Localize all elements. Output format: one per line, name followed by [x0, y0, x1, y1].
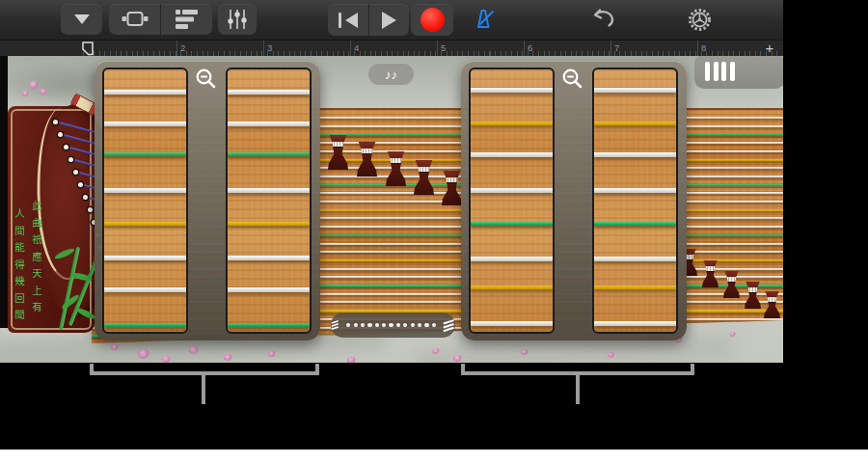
undo-arrow-icon — [589, 9, 618, 30]
magnified-string-white[interactable] — [104, 90, 186, 95]
bar-gridline — [263, 41, 264, 56]
magnified-string-white[interactable] — [104, 256, 186, 260]
skip-to-beginning-icon — [338, 12, 359, 29]
record-button[interactable] — [411, 4, 453, 36]
magnified-string-green[interactable] — [104, 323, 186, 327]
add-bars-button[interactable]: + — [758, 41, 781, 56]
magnified-string-white[interactable] — [228, 122, 310, 126]
bracket-stem — [202, 375, 205, 404]
zoom-out-icon[interactable] — [195, 68, 218, 91]
magnified-string-yellow[interactable] — [471, 122, 553, 125]
level-sliders-icon — [227, 8, 248, 31]
magnified-string-white[interactable] — [594, 257, 676, 261]
tremolo-slider[interactable] — [331, 313, 455, 338]
inscription-left-column: 人間能得幾回聞 — [12, 208, 26, 327]
bar-gridline — [524, 41, 525, 56]
tab-bar-glyph — [730, 62, 735, 81]
magnified-string-green[interactable] — [228, 323, 310, 327]
metronome-icon — [471, 6, 498, 32]
slider-dot — [432, 323, 436, 327]
bar-gridline — [176, 41, 177, 56]
magnified-string-column[interactable] — [102, 68, 188, 334]
instrument-view-button[interactable] — [109, 4, 160, 35]
slider-dot — [396, 323, 400, 327]
tab-bar-glyph — [721, 62, 726, 81]
gear-icon — [686, 6, 714, 34]
magnified-string-green[interactable] — [471, 222, 553, 226]
magnified-string-white[interactable] — [471, 188, 553, 193]
undo-button[interactable] — [589, 9, 618, 30]
magnified-string-green[interactable] — [228, 152, 310, 156]
magnified-string-white[interactable] — [228, 256, 310, 260]
notes-mode-button[interactable]: ♪♪ — [368, 64, 414, 85]
magnified-string-white[interactable] — [104, 188, 186, 193]
playhead-marker[interactable] — [80, 41, 94, 56]
magnified-string-column[interactable] — [469, 68, 555, 334]
play-button[interactable] — [369, 4, 409, 36]
tuning-peg — [64, 145, 68, 150]
bridge-saddle — [446, 177, 458, 182]
view-toggle-group — [109, 4, 212, 35]
callout-bracket — [461, 364, 694, 375]
tuning-peg — [83, 195, 88, 200]
magnified-string-white[interactable] — [471, 321, 553, 326]
magnified-string-white[interactable] — [228, 287, 310, 292]
bridge-saddle — [767, 297, 776, 302]
bar-number: 4 — [354, 42, 359, 53]
mixer-button[interactable] — [218, 4, 257, 35]
magnified-string-white[interactable] — [228, 188, 310, 193]
metronome-button[interactable] — [471, 6, 498, 32]
chevron-down-icon — [74, 14, 90, 24]
magnified-string-white[interactable] — [228, 90, 310, 95]
magnified-string-yellow[interactable] — [594, 122, 676, 125]
record-icon — [420, 8, 445, 32]
magnified-string-green[interactable] — [594, 222, 676, 226]
bar-gridline — [437, 41, 438, 56]
slider-dot — [382, 323, 386, 327]
display-dropdown-button[interactable] — [61, 4, 102, 35]
slider-dot — [403, 323, 407, 327]
timeline-ruler[interactable]: 2345678 + — [0, 41, 783, 56]
slider-dot — [411, 323, 415, 327]
bridge-saddle — [726, 277, 736, 282]
magnified-string-white[interactable] — [104, 287, 186, 292]
tracks-view-button[interactable] — [161, 4, 212, 35]
magnified-string-white[interactable] — [104, 122, 186, 126]
eighth-notes-icon: ♪♪ — [385, 68, 397, 82]
magnified-string-white[interactable] — [594, 152, 676, 157]
magnified-string-white[interactable] — [471, 152, 553, 157]
magnified-string-yellow[interactable] — [594, 286, 676, 289]
magnified-string-yellow[interactable] — [104, 222, 186, 226]
magnified-string-white[interactable] — [594, 188, 676, 193]
magnified-string-white[interactable] — [471, 88, 553, 93]
bar-number: 2 — [180, 42, 185, 53]
slider-dot — [418, 323, 421, 327]
zoom-panel-left — [95, 61, 320, 340]
magnified-string-column[interactable] — [226, 68, 312, 334]
strings-view-button[interactable] — [694, 56, 783, 89]
magnified-string-white[interactable] — [594, 321, 676, 326]
bridge-saddle — [747, 287, 757, 292]
magnified-string-white[interactable] — [471, 257, 553, 261]
bar-number: 3 — [267, 42, 272, 53]
settings-button[interactable] — [686, 6, 714, 34]
bar-number: 8 — [701, 42, 706, 53]
skip-to-beginning-button[interactable] — [329, 4, 368, 36]
blossom — [730, 332, 736, 337]
instrument-frame-view-icon — [121, 9, 149, 30]
magnified-string-column[interactable] — [592, 68, 678, 334]
magnified-string-green[interactable] — [104, 152, 186, 156]
blossom — [22, 91, 29, 96]
magnified-string-yellow[interactable] — [228, 222, 310, 226]
guzheng-body: 此曲祇應天上有 人間能得幾回聞 — [8, 106, 95, 333]
magnified-string-yellow[interactable] — [471, 286, 553, 289]
zoom-out-icon[interactable] — [561, 68, 584, 91]
slider-dot — [354, 323, 358, 327]
tuning-peg — [88, 207, 93, 212]
play-icon — [381, 11, 397, 30]
magnified-string-white[interactable] — [594, 88, 676, 93]
screenshot-stage: 2345678 + 此曲祇應天上有 人間能得幾回聞 — [0, 0, 868, 463]
vertical-strings-icon — [705, 62, 735, 81]
slider-dots — [346, 323, 436, 327]
garageband-app: 2345678 + 此曲祇應天上有 人間能得幾回聞 — [0, 0, 783, 449]
